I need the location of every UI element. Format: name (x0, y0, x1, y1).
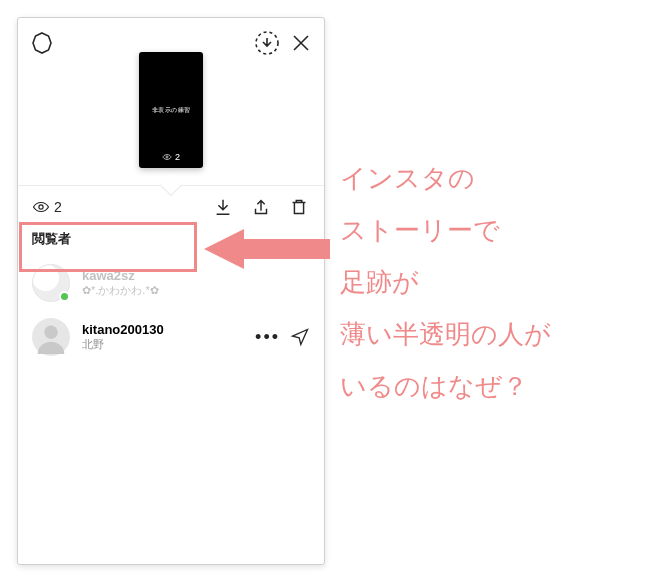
close-icon[interactable] (290, 32, 312, 54)
annotation-line: 足跡が (340, 256, 650, 308)
svg-point-2 (166, 156, 168, 158)
viewers-section-title: 閲覧者 (18, 224, 324, 256)
annotation-line: インスタの (340, 152, 650, 204)
eye-icon (32, 198, 50, 216)
download-icon[interactable] (212, 196, 234, 218)
viewer-username: kawa2sz (82, 268, 310, 283)
presence-dot (59, 291, 70, 302)
thumbnail-caption: 非表示の練習 (152, 106, 191, 115)
person-icon (32, 318, 70, 356)
annotation-line: 薄い半透明の人が (340, 308, 650, 360)
svg-marker-0 (33, 33, 51, 53)
svg-point-4 (44, 326, 57, 339)
settings-icon[interactable] (30, 31, 54, 55)
more-icon[interactable]: ••• (255, 328, 280, 346)
annotation-line: ストーリーで (340, 204, 650, 256)
trash-icon[interactable] (288, 196, 310, 218)
thumbnail-view-number: 2 (175, 152, 180, 162)
phone-panel: 非表示の練習 2 2 (17, 17, 325, 565)
viewers-count: 2 (32, 198, 62, 216)
story-thumbnail-zone: 非表示の練習 2 (18, 68, 324, 186)
viewer-row[interactable]: kitano200130 北野 ••• (18, 310, 324, 364)
story-thumbnail[interactable]: 非表示の練習 2 (139, 52, 203, 168)
avatar[interactable] (32, 264, 70, 302)
save-highlight-icon[interactable] (254, 30, 280, 56)
annotation-text: インスタの ストーリーで 足跡が 薄い半透明の人が いるのはなぜ？ (340, 152, 650, 412)
send-icon[interactable] (290, 327, 310, 347)
share-icon[interactable] (250, 196, 272, 218)
viewer-displayname: 北野 (82, 337, 243, 352)
annotation-line: いるのはなぜ？ (340, 360, 650, 412)
thumbnail-view-count: 2 (162, 152, 180, 162)
viewer-username: kitano200130 (82, 322, 243, 337)
viewers-count-number: 2 (54, 199, 62, 215)
svg-point-3 (39, 205, 43, 209)
viewer-row[interactable]: kawa2sz ✿*.かわかわ.*✿ (18, 256, 324, 310)
viewer-displayname: ✿*.かわかわ.*✿ (82, 283, 310, 298)
avatar[interactable] (32, 318, 70, 356)
